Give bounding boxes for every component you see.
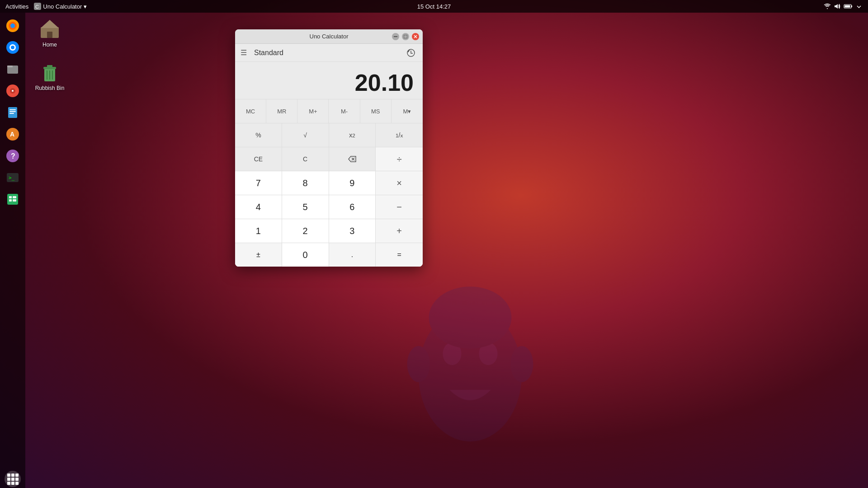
close-button[interactable] [412, 33, 419, 40]
btn-decimal[interactable]: . [329, 243, 376, 267]
btn-negate[interactable]: ± [235, 243, 282, 267]
svg-point-53 [429, 286, 512, 348]
btn-0[interactable]: 0 [282, 243, 329, 267]
btn-ce[interactable]: CE [235, 147, 282, 171]
btn-4[interactable]: 4 [235, 195, 282, 219]
svg-text:A: A [10, 131, 14, 138]
battery-icon[interactable] [844, 3, 853, 10]
btn-multiply[interactable]: × [376, 171, 423, 195]
topbar-left: Activities C Uno Calculator ▾ [5, 3, 87, 10]
firefox-icon [5, 19, 20, 33]
svg-rect-27 [9, 196, 12, 198]
btn-percent[interactable]: % [235, 123, 282, 147]
btn-9[interactable]: 9 [329, 171, 376, 195]
svg-rect-12 [7, 66, 13, 67]
help-icon: ? [5, 149, 20, 163]
calc-toolbar: ☰ Standard [235, 44, 423, 62]
svg-rect-41 [404, 35, 407, 38]
desktop-home-icon[interactable]: Home [32, 18, 68, 48]
writer-icon [5, 105, 20, 120]
svg-rect-16 [8, 107, 17, 118]
calc-buttons: MC MR M+ M- MS M▾ % √ x2 1/x CE C [235, 99, 423, 267]
appstore-icon: A [5, 127, 20, 141]
btn-1[interactable]: 1 [235, 219, 282, 243]
activities-button[interactable]: Activities [5, 3, 28, 10]
minimize-button[interactable] [392, 33, 399, 40]
btn-equals[interactable]: = [376, 243, 423, 267]
system-menu-icon[interactable] [855, 3, 863, 10]
close-icon [414, 35, 417, 38]
btn-ms[interactable]: MS [360, 99, 392, 123]
topbar: Activities C Uno Calculator ▾ 15 Oct 14:… [0, 0, 868, 13]
svg-text:C: C [35, 4, 39, 9]
libreoffice-calc-icon [5, 192, 20, 206]
svg-text:>_: >_ [9, 175, 15, 181]
maximize-icon [404, 35, 407, 38]
backspace-icon [348, 155, 357, 163]
network-icon[interactable] [824, 3, 831, 10]
btn-c[interactable]: C [282, 147, 329, 171]
dock-thunderbird[interactable] [3, 38, 22, 57]
volume-icon[interactable] [834, 3, 841, 10]
btn-mhistory[interactable]: M▾ [392, 99, 423, 123]
dock-appstore[interactable]: A [3, 125, 22, 144]
row-functions: % √ x2 1/x [235, 123, 423, 147]
calc-display: 20.10 [235, 62, 423, 99]
svg-rect-33 [47, 32, 52, 38]
btn-sqrt[interactable]: √ [282, 123, 329, 147]
btn-8[interactable]: 8 [282, 171, 329, 195]
dock-libreoffice-calc[interactable] [3, 190, 22, 209]
dock-writer[interactable] [3, 103, 22, 122]
dock-rhythmbox[interactable] [3, 81, 22, 100]
home-icon-img [39, 18, 61, 40]
btn-add[interactable]: + [376, 219, 423, 243]
btn-square[interactable]: x2 [329, 123, 376, 147]
btn-mr[interactable]: MR [266, 99, 297, 123]
btn-backspace[interactable] [329, 147, 376, 171]
dock-terminal[interactable]: >_ [3, 168, 22, 187]
show-applications-button[interactable] [5, 471, 21, 487]
btn-mminus[interactable]: M- [329, 99, 360, 123]
btn-subtract[interactable]: − [376, 195, 423, 219]
btn-5[interactable]: 5 [282, 195, 329, 219]
menu-button[interactable]: ☰ [241, 48, 247, 57]
history-button[interactable] [405, 47, 417, 59]
mascot-watermark [380, 271, 561, 452]
topbar-datetime: 15 Oct 14:27 [417, 3, 451, 10]
btn-reciprocal[interactable]: 1/x [376, 123, 423, 147]
active-app-name: Uno Calculator [43, 3, 82, 10]
dock-help[interactable]: ? [3, 146, 22, 165]
dock-firefox[interactable] [3, 16, 22, 35]
dock-files[interactable] [3, 60, 22, 79]
app-indicator[interactable]: C Uno Calculator ▾ [34, 3, 87, 10]
btn-6[interactable]: 6 [329, 195, 376, 219]
svg-point-52 [510, 346, 533, 382]
svg-point-10 [11, 46, 14, 49]
history-icon [406, 48, 415, 57]
svg-rect-19 [9, 113, 14, 114]
desktop-trash-icon[interactable]: Rubbish Bin [32, 61, 68, 91]
row-789: 7 8 9 × [235, 171, 423, 195]
svg-point-7 [10, 23, 15, 28]
btn-divide[interactable]: ÷ [376, 147, 423, 171]
btn-mplus[interactable]: M+ [297, 99, 329, 123]
titlebar-controls [392, 33, 419, 40]
dock: A ? >_ [0, 13, 25, 488]
app-dropdown-arrow: ▾ [84, 3, 87, 10]
svg-rect-17 [9, 109, 16, 110]
maximize-button[interactable] [402, 33, 409, 40]
svg-rect-29 [9, 199, 12, 202]
trash-icon [39, 61, 61, 83]
svg-rect-30 [13, 199, 16, 202]
svg-point-51 [407, 346, 430, 382]
svg-marker-32 [41, 20, 59, 28]
btn-2[interactable]: 2 [282, 219, 329, 243]
btn-mc[interactable]: MC [235, 99, 266, 123]
svg-point-15 [12, 90, 14, 92]
btn-7[interactable]: 7 [235, 171, 282, 195]
terminal-icon: >_ [5, 170, 20, 185]
calc-titlebar: Uno Calculator [235, 29, 423, 44]
svg-rect-4 [845, 5, 850, 8]
btn-3[interactable]: 3 [329, 219, 376, 243]
memory-row: MC MR M+ M- MS M▾ [235, 99, 423, 123]
